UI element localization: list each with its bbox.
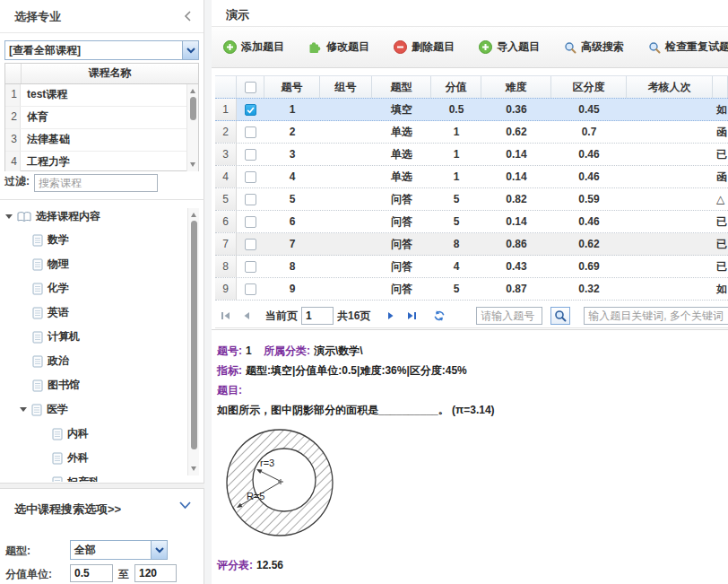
course-name[interactable]: 体育 — [21, 107, 198, 128]
tree-item-math[interactable]: 数学 — [0, 228, 193, 252]
cell-score: 1 — [431, 121, 481, 143]
row-checkbox[interactable] — [237, 233, 264, 255]
first-page-button[interactable] — [219, 309, 233, 322]
scroll-down-icon[interactable] — [191, 466, 196, 471]
chevron-down-icon[interactable] — [151, 541, 167, 559]
checkbox-icon[interactable] — [245, 194, 256, 205]
scroll-up-icon[interactable] — [190, 89, 195, 93]
scrollbar-thumb[interactable] — [190, 97, 196, 120]
course-row[interactable]: 2 体育 — [5, 107, 198, 129]
page-number-input[interactable] — [301, 307, 334, 325]
checkbox-icon[interactable] — [245, 126, 256, 138]
checkbox-icon[interactable] — [245, 171, 256, 183]
import-question-button[interactable]: 导入题目 — [479, 39, 540, 55]
row-checkbox[interactable] — [237, 144, 264, 165]
search-button[interactable] — [550, 307, 570, 325]
course-row[interactable]: 3 法律基础 — [5, 129, 198, 152]
column-qnum[interactable]: 题号 — [264, 76, 320, 98]
course-row[interactable]: 4 工程力学 — [5, 152, 198, 171]
tab-demo[interactable]: 演示 — [226, 7, 249, 23]
column-content[interactable] — [713, 76, 728, 98]
tree-item-politics[interactable]: 政治 — [0, 349, 193, 373]
tree-root[interactable]: 选择课程内容 — [0, 205, 193, 228]
checkbox-checked-icon[interactable] — [245, 104, 256, 116]
column-discrimination[interactable]: 区分度 — [551, 76, 627, 98]
checkbox-icon[interactable] — [245, 239, 256, 250]
checkbox-icon[interactable] — [245, 283, 256, 295]
keyword-search-input[interactable] — [584, 307, 728, 325]
chevron-down-icon[interactable] — [178, 500, 192, 512]
checkbox-icon[interactable] — [245, 261, 256, 273]
column-group[interactable]: 组号 — [320, 76, 372, 98]
tree-item-physics[interactable]: 物理 — [0, 252, 193, 276]
tree-item-computer[interactable]: 计算机 — [0, 325, 193, 349]
prev-page-button[interactable] — [239, 309, 254, 322]
row-checkbox[interactable] — [237, 211, 264, 232]
tree-scrollbar[interactable] — [187, 208, 199, 475]
column-qtype[interactable]: 题型 — [372, 76, 431, 98]
question-row[interactable]: 7 7 问答 8 0.86 0.62 已 — [215, 233, 728, 256]
row-checkbox[interactable] — [237, 166, 264, 187]
checkbox-icon[interactable] — [245, 149, 256, 161]
checkbox-icon[interactable] — [245, 82, 256, 93]
course-name[interactable]: 法律基础 — [21, 129, 198, 151]
course-search-input[interactable] — [34, 174, 158, 192]
course-row[interactable]: 1 test课程 — [5, 84, 198, 107]
edit-question-button[interactable]: 修改题目 — [308, 39, 369, 55]
collapse-panel-icon[interactable] — [183, 10, 193, 25]
scrollbar-thumb[interactable] — [191, 221, 197, 449]
chevron-down-icon[interactable] — [182, 41, 198, 59]
row-checkbox[interactable] — [237, 188, 264, 210]
score-max-input[interactable] — [134, 564, 177, 582]
course-list-scrollbar[interactable] — [186, 84, 198, 171]
scroll-down-icon[interactable] — [190, 162, 195, 167]
tree-item-internal-medicine[interactable]: 内科 — [0, 422, 193, 446]
check-duplicates-button[interactable]: 检查重复试题 — [648, 39, 728, 55]
question-number-search-input[interactable] — [476, 307, 542, 325]
question-row[interactable]: 5 5 问答 5 0.82 0.59 △ — [215, 188, 728, 211]
row-checkbox[interactable] — [237, 99, 264, 120]
advanced-search-button[interactable]: 高级搜索 — [564, 39, 624, 55]
course-name[interactable]: test课程 — [21, 84, 198, 106]
checkbox-icon[interactable] — [245, 216, 256, 228]
course-category-dropdown[interactable]: [查看全部课程] — [4, 40, 199, 60]
refresh-button[interactable] — [432, 309, 446, 322]
tree-item-chemistry[interactable]: 化学 — [0, 276, 193, 301]
question-row[interactable]: 6 6 问答 5 0.14 0.46 已 — [215, 211, 728, 233]
caret-down-icon[interactable] — [5, 214, 13, 219]
tree-item-obstetrics[interactable]: 妇产科 — [0, 470, 193, 482]
question-detail-panel: 题号:1 所属分类:演示\数学\ 指标:题型:填空|分值单位:0.5|难度:36… — [212, 329, 728, 584]
panel-splitter[interactable] — [204, 0, 212, 584]
search-options-header[interactable]: 选中课程搜索选项>> — [0, 496, 204, 518]
question-row[interactable]: 2 2 单选 1 0.62 0.7 函 — [215, 121, 728, 144]
last-page-button[interactable] — [404, 309, 419, 322]
scroll-up-icon[interactable] — [191, 213, 196, 217]
delete-question-button[interactable]: 删除题目 — [394, 39, 455, 55]
next-page-button[interactable] — [384, 309, 398, 322]
tree-item-medicine[interactable]: 医学 — [0, 397, 193, 422]
tree-item-surgery[interactable]: 外科 — [0, 446, 193, 470]
course-name[interactable]: 工程力学 — [21, 152, 198, 171]
column-difficulty[interactable]: 难度 — [481, 76, 551, 98]
search-icon — [554, 309, 567, 322]
question-row[interactable]: 8 8 问答 4 0.43 0.69 已 — [215, 256, 728, 278]
question-row[interactable]: 3 3 单选 1 0.14 0.46 已 — [215, 144, 728, 166]
select-all-checkbox[interactable] — [237, 76, 264, 98]
add-question-button[interactable]: 添加题目 — [223, 39, 284, 55]
score-table-value: 12.56 — [256, 559, 283, 571]
caret-down-icon[interactable] — [20, 407, 27, 412]
column-examined[interactable]: 考核人次 — [627, 76, 713, 98]
question-row[interactable]: 1 1 填空 0.5 0.36 0.45 如 — [215, 98, 728, 121]
tree-item-english[interactable]: 英语 — [0, 301, 193, 325]
row-checkbox[interactable] — [237, 278, 264, 300]
tree-item-library[interactable]: 图书馆 — [0, 373, 193, 397]
course-list-header: 课程名称 — [5, 64, 198, 84]
cell-qtype: 问答 — [372, 233, 431, 255]
column-score[interactable]: 分值 — [431, 76, 481, 98]
question-row[interactable]: 9 9 问答 5 0.87 0.32 如 — [215, 278, 728, 301]
row-checkbox[interactable] — [237, 256, 264, 277]
question-row[interactable]: 4 4 单选 1 0.14 0.46 函 — [215, 166, 728, 188]
question-type-dropdown[interactable]: 全部 — [70, 540, 168, 560]
row-checkbox[interactable] — [237, 121, 264, 143]
score-min-input[interactable] — [70, 564, 113, 582]
